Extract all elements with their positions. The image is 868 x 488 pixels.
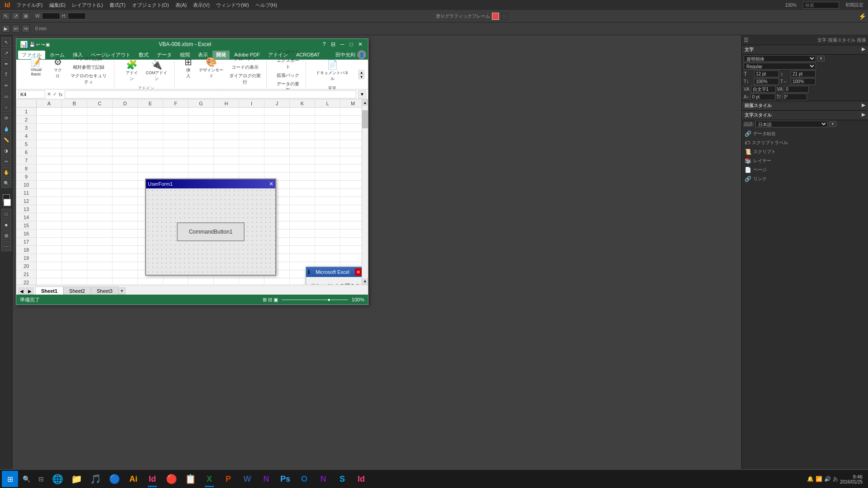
expansion-btn[interactable]: 拡張パック — [274, 71, 302, 80]
taskbar-indesign2[interactable]: Id — [352, 471, 370, 487]
excel-cell[interactable] — [87, 238, 113, 245]
id-charstyle-title[interactable]: 文字スタイル ▶ — [742, 111, 868, 120]
excel-cell[interactable] — [113, 132, 138, 140]
taskbar-onenote[interactable]: N — [257, 471, 275, 487]
excel-cell[interactable] — [264, 124, 290, 131]
excel-cell[interactable] — [290, 173, 315, 180]
excel-cell[interactable] — [113, 189, 138, 197]
excel-cell[interactable] — [239, 116, 264, 123]
excel-cell[interactable] — [62, 230, 87, 237]
id-tb2-btn3[interactable]: ↪ — [22, 25, 30, 33]
excel-cell[interactable] — [87, 140, 113, 148]
excel-cell[interactable] — [138, 164, 163, 172]
excel-cell[interactable] — [214, 164, 239, 172]
excel-cell[interactable] — [87, 181, 113, 188]
row-number[interactable]: 22 — [16, 278, 37, 285]
excel-cell[interactable] — [37, 108, 62, 115]
excel-cell[interactable] — [315, 197, 340, 205]
excel-cell[interactable] — [87, 164, 113, 172]
excel-cell[interactable] — [315, 124, 340, 131]
excel-cell[interactable] — [315, 116, 340, 123]
taskbar-sound-icon[interactable]: 🔊 — [824, 476, 831, 482]
excel-cell[interactable] — [37, 140, 62, 148]
ribbon-scroll-up[interactable]: ▲ — [359, 70, 364, 75]
excel-cell[interactable] — [37, 173, 62, 180]
excel-scroll-down[interactable]: ▼ — [362, 278, 368, 285]
excel-cell[interactable] — [189, 278, 214, 285]
id-tool-ellipse[interactable]: ○ — [1, 102, 11, 112]
excel-cell[interactable] — [315, 156, 340, 164]
excel-formula-input[interactable] — [65, 90, 356, 99]
excel-cell[interactable] — [290, 164, 315, 172]
row-number[interactable]: 13 — [16, 205, 37, 213]
row-number[interactable]: 9 — [16, 173, 37, 180]
excel-cell[interactable] — [290, 140, 315, 148]
id-parastyle-title[interactable]: 段落スタイル ▶ — [742, 101, 868, 111]
excel-cell[interactable] — [62, 181, 87, 188]
excel-cell[interactable] — [138, 140, 163, 148]
excel-cell[interactable] — [163, 116, 189, 123]
id-data-merge-row[interactable]: 🔗 データ結合 — [744, 130, 866, 138]
excel-cell[interactable] — [138, 132, 163, 140]
run-dialog-btn[interactable]: ダイアログの実行 — [227, 72, 263, 86]
excel-close[interactable]: ✕ — [356, 40, 364, 48]
excel-cell[interactable] — [138, 278, 163, 285]
taskbar-outlook[interactable]: O — [295, 471, 313, 487]
excel-cell[interactable] — [62, 254, 87, 262]
excel-cell[interactable] — [113, 197, 138, 205]
excel-cell[interactable] — [239, 156, 264, 164]
id-tracking-input[interactable] — [784, 86, 809, 93]
id-tool-zoom[interactable]: 🔍 — [1, 178, 11, 188]
taskbar-network-icon[interactable]: 📶 — [816, 476, 822, 482]
excel-cell[interactable] — [163, 148, 189, 156]
id-font-select[interactable]: 遊明朝体 — [744, 55, 816, 62]
excel-cell[interactable] — [37, 230, 62, 237]
excel-zoom-slider[interactable]: ─────────────●───── — [282, 297, 348, 302]
excel-cell[interactable] — [290, 156, 315, 164]
excel-cell[interactable] — [315, 148, 340, 156]
excel-cell[interactable] — [62, 148, 87, 156]
taskbar-ie[interactable]: 🌐 — [48, 471, 66, 487]
excel-cell[interactable] — [113, 124, 138, 131]
id-tool-arrow2[interactable]: ↗ — [1, 48, 11, 58]
id-height-input[interactable] — [68, 13, 86, 19]
id-layer-row[interactable]: 📚 レイヤー — [744, 157, 866, 165]
id-settings-label[interactable]: 初期設定 — [843, 1, 866, 9]
taskbar-onenote2[interactable]: N — [314, 471, 332, 487]
excel-cell[interactable] — [239, 108, 264, 115]
id-menu-help[interactable]: ヘルプ(H) — [253, 1, 280, 9]
id-bleed-mode[interactable]: ⊞ — [1, 230, 11, 240]
excel-cell[interactable] — [87, 270, 113, 278]
excel-design-btn[interactable]: 🎨 デザインモード — [196, 55, 226, 81]
excel-cell[interactable] — [87, 173, 113, 180]
excel-maximize[interactable]: □ — [347, 40, 355, 48]
excel-cell[interactable] — [87, 278, 113, 285]
excel-cell[interactable] — [62, 221, 87, 229]
excel-cell[interactable] — [163, 140, 189, 148]
excel-cell[interactable] — [37, 197, 62, 205]
excel-cell[interactable] — [315, 254, 340, 262]
formula-expand-btn[interactable]: ▼ — [358, 90, 366, 99]
excel-cell[interactable] — [62, 197, 87, 205]
excel-cell[interactable] — [113, 108, 138, 115]
excel-cell[interactable] — [113, 156, 138, 164]
taskbar-explorer[interactable]: 📁 — [67, 471, 85, 487]
taskbar-clipboard[interactable]: 📋 — [181, 471, 199, 487]
row-number[interactable]: 18 — [16, 246, 37, 253]
excel-cell[interactable] — [315, 132, 340, 140]
excel-cell[interactable] — [87, 108, 113, 115]
excel-cell[interactable] — [37, 254, 62, 262]
excel-cell[interactable] — [62, 213, 87, 221]
row-number[interactable]: 11 — [16, 189, 37, 197]
excel-minimize[interactable]: ─ — [338, 40, 346, 48]
excel-cell[interactable] — [214, 156, 239, 164]
id-scale-v-input[interactable] — [754, 78, 779, 85]
excel-cell[interactable] — [62, 132, 87, 140]
excel-cell[interactable] — [87, 116, 113, 123]
excel-cell[interactable] — [113, 221, 138, 229]
excel-cell[interactable] — [37, 238, 62, 245]
excel-cell[interactable] — [113, 246, 138, 253]
excel-cell[interactable] — [315, 246, 340, 253]
excel-cell[interactable] — [37, 205, 62, 213]
excel-cell[interactable] — [113, 230, 138, 237]
